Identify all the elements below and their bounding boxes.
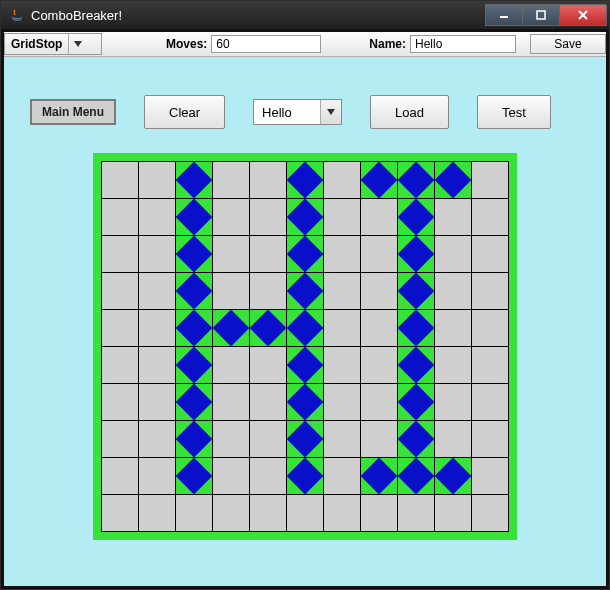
grid-cell[interactable] bbox=[139, 347, 175, 383]
grid-cell[interactable] bbox=[287, 347, 323, 383]
grid-cell[interactable] bbox=[250, 495, 286, 531]
grid-cell[interactable] bbox=[139, 384, 175, 420]
grid-cell[interactable] bbox=[102, 458, 138, 494]
grid-cell[interactable] bbox=[324, 236, 360, 272]
grid-cell[interactable] bbox=[472, 273, 508, 309]
grid-cell[interactable] bbox=[324, 273, 360, 309]
grid-cell[interactable] bbox=[213, 384, 249, 420]
close-button[interactable] bbox=[559, 4, 607, 26]
grid-cell[interactable] bbox=[102, 347, 138, 383]
grid-cell[interactable] bbox=[213, 162, 249, 198]
grid-cell[interactable] bbox=[398, 495, 434, 531]
grid-cell[interactable] bbox=[435, 347, 471, 383]
grid-cell[interactable] bbox=[102, 273, 138, 309]
grid-cell[interactable] bbox=[250, 347, 286, 383]
grid-cell[interactable] bbox=[139, 162, 175, 198]
grid-cell[interactable] bbox=[287, 199, 323, 235]
grid-cell[interactable] bbox=[250, 458, 286, 494]
grid-cell[interactable] bbox=[287, 458, 323, 494]
grid-cell[interactable] bbox=[472, 310, 508, 346]
grid-cell[interactable] bbox=[324, 310, 360, 346]
grid-cell[interactable] bbox=[102, 495, 138, 531]
grid-cell[interactable] bbox=[398, 310, 434, 346]
grid-cell[interactable] bbox=[102, 199, 138, 235]
grid-cell[interactable] bbox=[472, 236, 508, 272]
grid-cell[interactable] bbox=[361, 421, 397, 457]
grid-cell[interactable] bbox=[435, 162, 471, 198]
grid-cell[interactable] bbox=[139, 273, 175, 309]
grid-cell[interactable] bbox=[287, 310, 323, 346]
grid-cell[interactable] bbox=[472, 162, 508, 198]
grid-cell[interactable] bbox=[435, 384, 471, 420]
grid-cell[interactable] bbox=[176, 236, 212, 272]
grid-cell[interactable] bbox=[213, 347, 249, 383]
grid-cell[interactable] bbox=[398, 273, 434, 309]
grid-cell[interactable] bbox=[176, 199, 212, 235]
grid-cell[interactable] bbox=[472, 495, 508, 531]
grid-cell[interactable] bbox=[139, 310, 175, 346]
grid-cell[interactable] bbox=[361, 199, 397, 235]
clear-button[interactable]: Clear bbox=[144, 95, 225, 129]
grid-cell[interactable] bbox=[287, 162, 323, 198]
grid-cell[interactable] bbox=[102, 162, 138, 198]
grid-cell[interactable] bbox=[287, 273, 323, 309]
grid-cell[interactable] bbox=[324, 162, 360, 198]
grid-cell[interactable] bbox=[139, 421, 175, 457]
grid-cell[interactable] bbox=[398, 458, 434, 494]
grid-cell[interactable] bbox=[250, 384, 286, 420]
moves-input[interactable] bbox=[211, 35, 321, 53]
grid-cell[interactable] bbox=[139, 458, 175, 494]
grid-cell[interactable] bbox=[102, 421, 138, 457]
grid-cell[interactable] bbox=[287, 421, 323, 457]
grid-cell[interactable] bbox=[213, 421, 249, 457]
grid-cell[interactable] bbox=[435, 310, 471, 346]
grid-cell[interactable] bbox=[102, 236, 138, 272]
grid-cell[interactable] bbox=[361, 273, 397, 309]
name-input[interactable] bbox=[410, 35, 516, 53]
minimize-button[interactable] bbox=[485, 4, 523, 26]
save-button[interactable]: Save bbox=[530, 34, 606, 54]
grid-cell[interactable] bbox=[435, 236, 471, 272]
grid-cell[interactable] bbox=[435, 421, 471, 457]
grid-cell[interactable] bbox=[361, 384, 397, 420]
grid-cell[interactable] bbox=[361, 495, 397, 531]
grid-cell[interactable] bbox=[361, 310, 397, 346]
grid-cell[interactable] bbox=[102, 310, 138, 346]
mode-select[interactable]: GridStop bbox=[4, 33, 102, 55]
grid-cell[interactable] bbox=[176, 162, 212, 198]
grid-cell[interactable] bbox=[250, 199, 286, 235]
grid-cell[interactable] bbox=[250, 310, 286, 346]
grid-cell[interactable] bbox=[213, 495, 249, 531]
load-button[interactable]: Load bbox=[370, 95, 449, 129]
maximize-button[interactable] bbox=[522, 4, 560, 26]
grid-cell[interactable] bbox=[250, 236, 286, 272]
grid-cell[interactable] bbox=[102, 384, 138, 420]
grid-cell[interactable] bbox=[213, 458, 249, 494]
grid-cell[interactable] bbox=[472, 384, 508, 420]
grid-cell[interactable] bbox=[176, 384, 212, 420]
grid-cell[interactable] bbox=[250, 162, 286, 198]
grid-cell[interactable] bbox=[324, 199, 360, 235]
grid-cell[interactable] bbox=[472, 199, 508, 235]
grid-cell[interactable] bbox=[361, 236, 397, 272]
grid-cell[interactable] bbox=[361, 458, 397, 494]
grid-cell[interactable] bbox=[361, 347, 397, 383]
grid-cell[interactable] bbox=[324, 384, 360, 420]
grid-cell[interactable] bbox=[139, 199, 175, 235]
grid-cell[interactable] bbox=[287, 236, 323, 272]
grid-cell[interactable] bbox=[213, 199, 249, 235]
main-menu-button[interactable]: Main Menu bbox=[30, 99, 116, 125]
grid-cell[interactable] bbox=[176, 421, 212, 457]
editor-grid[interactable] bbox=[101, 161, 509, 532]
grid-cell[interactable] bbox=[213, 310, 249, 346]
grid-cell[interactable] bbox=[324, 347, 360, 383]
grid-cell[interactable] bbox=[324, 421, 360, 457]
grid-cell[interactable] bbox=[324, 495, 360, 531]
grid-cell[interactable] bbox=[176, 495, 212, 531]
grid-cell[interactable] bbox=[435, 273, 471, 309]
puzzle-select[interactable]: Hello bbox=[253, 99, 342, 125]
grid-cell[interactable] bbox=[324, 458, 360, 494]
grid-cell[interactable] bbox=[398, 236, 434, 272]
grid-cell[interactable] bbox=[472, 458, 508, 494]
grid-cell[interactable] bbox=[287, 384, 323, 420]
